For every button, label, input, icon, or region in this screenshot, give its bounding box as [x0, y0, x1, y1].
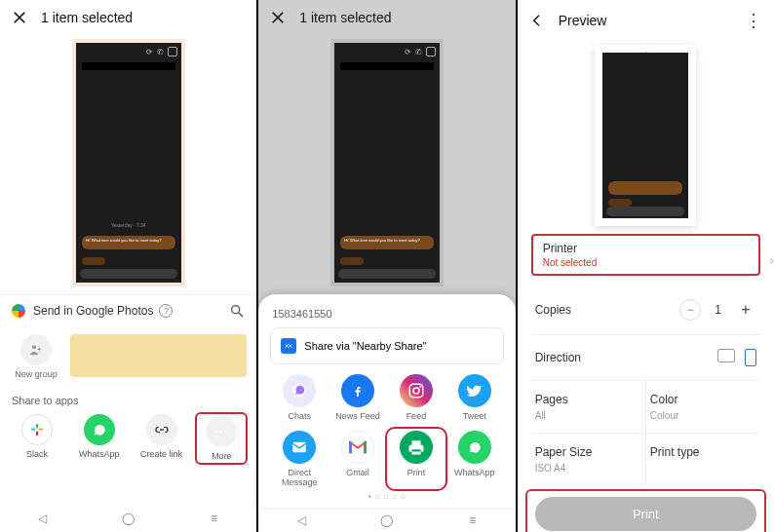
dm-icon [283, 431, 316, 464]
paper-size-label: Paper Size [535, 445, 641, 459]
selected-thumbnail[interactable]: ✓ ⟳✆ Yesterday · 7:34 Hi! What time woul… [0, 35, 256, 294]
print-type-selector[interactable]: Print type [646, 434, 760, 485]
app-whatsapp[interactable]: WhatsApp [73, 414, 126, 463]
printer-selector[interactable]: Printer Not selected [531, 234, 760, 276]
print-icon [400, 431, 433, 464]
share-identifier: 1583461550 [270, 304, 503, 327]
selected-thumbnail[interactable]: ✓ ⟳✆ Hi! What time would you like to mee… [258, 35, 515, 294]
help-icon[interactable]: ? [159, 304, 173, 318]
nearby-share-row[interactable]: Share via "Nearby Share" [270, 327, 503, 364]
header: Preview ⋮ [518, 0, 774, 41]
app-gmail[interactable]: Gmail [330, 431, 385, 487]
paper-size-value: ISO A4 [535, 463, 641, 474]
close-icon[interactable] [12, 10, 27, 25]
printer-value: Not selected [543, 257, 749, 268]
pages-value: All [535, 410, 641, 421]
print-type-label: Print type [650, 445, 756, 459]
direction-row: Direction [531, 335, 760, 381]
color-value: Colour [650, 410, 756, 421]
close-icon[interactable] [270, 10, 286, 25]
pages-label: Pages [535, 393, 641, 406]
app-tweet[interactable]: Tweet [447, 374, 502, 421]
thumb-bubble: Hi! What time would you like to meet tod… [340, 236, 434, 249]
direction-label: Direction [535, 351, 717, 364]
gmail-icon [341, 431, 374, 464]
print-settings: Printer Not selected › Copies − 1 + Dire… [518, 234, 774, 485]
copies-increment[interactable]: + [735, 299, 756, 321]
app-more[interactable]: ⋯ More [195, 412, 248, 465]
svg-rect-3 [38, 429, 43, 431]
nav-back-icon[interactable]: ◁ [36, 512, 50, 525]
panel-share-sheet: 1 item selected ✓ ⟳✆ Hi! What time would… [258, 0, 517, 532]
app-direct-message[interactable]: Direct Message [272, 431, 327, 487]
share-sheet: 1583461550 Share via "Nearby Share" Chat… [258, 294, 515, 508]
svg-rect-11 [349, 441, 352, 453]
copies-value: 1 [715, 303, 721, 317]
share-apps-row: Slack WhatsApp Create link ⋯ More [0, 410, 256, 473]
print-button-highlight: Print [525, 489, 766, 532]
panel-print-preview: Preview ⋮ 1/1 Printer Not selected › [518, 0, 774, 532]
app-chats[interactable]: Chats [272, 374, 327, 421]
slack-icon [21, 414, 53, 445]
svg-rect-12 [364, 441, 367, 453]
copies-decrement[interactable]: − [679, 299, 701, 321]
copies-label: Copies [535, 303, 680, 317]
send-label: Send in Google Photos [33, 304, 153, 318]
contact-suggestions[interactable] [70, 334, 247, 377]
nav-recent-icon[interactable]: ≡ [207, 512, 220, 525]
print-button[interactable]: Print [535, 497, 756, 531]
app-newsfeed[interactable]: News Feed [330, 374, 385, 421]
header: 1 item selected [0, 0, 256, 35]
chevron-right-icon: › [769, 252, 774, 268]
header: 1 item selected [258, 0, 515, 35]
orientation-landscape[interactable] [717, 349, 735, 362]
nav-home-icon[interactable]: ◯ [122, 512, 135, 525]
svg-point-0 [232, 306, 240, 314]
app-print[interactable]: Print [389, 431, 444, 487]
search-icon[interactable] [229, 303, 245, 319]
page-indicator-dots: • ○ ○ ○ ○ [270, 487, 503, 506]
printer-label: Printer [543, 242, 749, 255]
app-whatsapp[interactable]: WhatsApp [447, 431, 502, 487]
app-feed[interactable]: Feed [389, 374, 444, 421]
nav-bar: ◁ ◯ ≡ [0, 505, 256, 532]
svg-rect-2 [31, 429, 36, 431]
thumb-date: Yesterday · 7:34 [76, 222, 181, 228]
new-group-button[interactable]: New group [10, 334, 62, 379]
nav-back-icon[interactable]: ◁ [294, 513, 308, 527]
svg-point-8 [413, 388, 419, 394]
svg-rect-4 [36, 424, 38, 429]
nav-home-icon[interactable]: ◯ [380, 513, 394, 527]
send-in-google-photos-row[interactable]: Send in Google Photos ? [0, 294, 256, 326]
app-create-link[interactable]: Create link [135, 414, 188, 463]
share-grid: Chats News Feed Feed Tweet Direct Messag… [270, 374, 503, 487]
facebook-icon [341, 374, 374, 407]
chats-icon [283, 374, 316, 407]
overflow-icon[interactable]: ⋮ [745, 10, 762, 31]
whatsapp-icon [84, 414, 115, 445]
more-icon: ⋯ [206, 416, 237, 447]
nearby-share-icon [281, 338, 296, 354]
copies-stepper: − 1 + [679, 299, 756, 321]
orientation-portrait[interactable] [745, 349, 756, 366]
svg-rect-5 [36, 432, 38, 437]
contacts-row: New group [0, 326, 256, 387]
color-label: Color [650, 393, 756, 406]
back-icon[interactable] [529, 13, 545, 28]
header-title: Preview [559, 13, 745, 28]
nearby-share-label: Share via "Nearby Share" [304, 340, 426, 352]
google-photos-icon [12, 304, 25, 318]
header-title: 1 item selected [299, 10, 503, 25]
link-icon [146, 414, 177, 445]
pages-selector[interactable]: Pages All [531, 381, 646, 433]
color-selector[interactable]: Color Colour [646, 381, 760, 433]
header-title: 1 item selected [41, 10, 245, 25]
instagram-icon [400, 374, 433, 407]
new-group-label: New group [15, 369, 58, 379]
nav-recent-icon[interactable]: ≡ [466, 513, 480, 527]
svg-point-1 [32, 345, 36, 349]
app-slack[interactable]: Slack [11, 414, 63, 463]
print-preview-thumb[interactable]: 1/1 [518, 41, 774, 234]
paper-size-selector[interactable]: Paper Size ISO A4 [531, 434, 646, 485]
nav-bar: ◁ ◯ ≡ [258, 508, 515, 532]
